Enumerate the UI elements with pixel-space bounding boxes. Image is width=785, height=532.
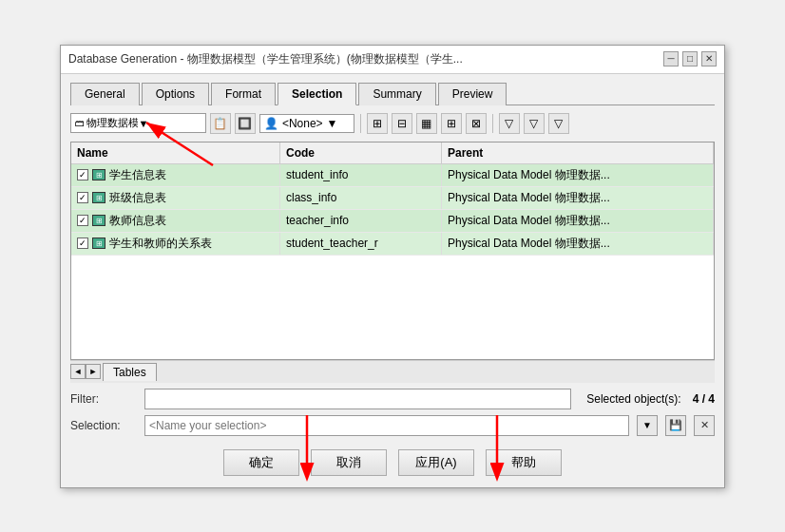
selection-dropdown-btn[interactable]: ▼ (637, 415, 658, 436)
model-dropdown[interactable]: 🗃物理数据模型（学生管 ▼ (70, 113, 206, 133)
action-buttons: 确定 取消 应用(A) 帮助 (70, 444, 715, 480)
row1-code-cell: student_info (280, 164, 442, 186)
row1-checkbox[interactable]: ✓ (77, 169, 88, 180)
close-button[interactable]: ✕ (701, 51, 717, 66)
toolbar-list-icon[interactable]: ⊞ (441, 113, 462, 134)
row3-name: 教师信息表 (109, 213, 166, 229)
tab-options[interactable]: Options (142, 83, 209, 105)
toolbar-icon-1[interactable]: 📋 (210, 113, 231, 134)
row4-name-cell: ✓ ⊞ 学生和教师的关系表 (71, 233, 280, 255)
maximize-button[interactable]: □ (682, 51, 698, 66)
tab-format[interactable]: Format (211, 83, 276, 105)
row1-code: student_info (286, 168, 348, 181)
user-dropdown-arrow-icon: ▼ (327, 117, 338, 130)
toolbar-separator-1 (360, 114, 361, 133)
toolbar-icon-2[interactable]: 🔲 (235, 113, 256, 134)
table-header: Name Code Parent (71, 142, 714, 164)
apply-button[interactable]: 应用(A) (398, 449, 474, 476)
row2-checkbox[interactable]: ✓ (77, 192, 88, 203)
dropdown-arrow-icon: ▼ (138, 118, 201, 129)
data-table: Name Code Parent ✓ ⊞ 学生信息表 student_info … (70, 142, 715, 360)
table-row: ✓ ⊞ 班级信息表 class_info Physical Data Model… (71, 187, 714, 210)
toolbar-filter-icon[interactable]: ▽ (499, 113, 520, 134)
bottom-tab-tables[interactable]: Tables (103, 363, 157, 381)
toolbar-grid-icon[interactable]: ▦ (416, 113, 437, 134)
tab-summary[interactable]: Summary (358, 83, 435, 105)
row4-name: 学生和教师的关系表 (109, 236, 212, 252)
ok-button[interactable]: 确定 (223, 449, 299, 476)
row3-table-icon: ⊞ (92, 215, 105, 226)
tab-general[interactable]: General (70, 83, 140, 105)
row4-code: student_teacher_r (286, 237, 378, 250)
selection-section: Selection: ▼ 💾 ✕ (70, 415, 715, 436)
toolbar-paste-icon[interactable]: ⊟ (392, 113, 412, 134)
main-window: Database Generation - 物理数据模型（学生管理系统）(物理数… (60, 45, 725, 488)
bottom-tab-bar: ◄ ► Tables (70, 360, 715, 383)
window-title: Database Generation - 物理数据模型（学生管理系统）(物理数… (68, 51, 463, 67)
row4-checkbox[interactable]: ✓ (77, 238, 88, 249)
row4-parent: Physical Data Model 物理数据... (448, 236, 610, 252)
table-row: ✓ ⊞ 学生信息表 student_info Physical Data Mod… (71, 164, 714, 187)
selection-save-btn[interactable]: 💾 (665, 415, 686, 436)
toolbar-filter2-icon[interactable]: ▽ (524, 113, 545, 134)
row3-parent: Physical Data Model 物理数据... (448, 213, 610, 229)
bottom-tab-label: Tables (113, 366, 146, 379)
filter-row: Filter: Selected object(s): 4 / 4 (70, 389, 715, 409)
row4-parent-cell: Physical Data Model 物理数据... (442, 233, 714, 255)
row3-checkbox[interactable]: ✓ (77, 215, 88, 226)
titlebar-buttons: ─ □ ✕ (663, 51, 717, 66)
row4-table-icon: ⊞ (92, 238, 105, 249)
user-icon: 👤 (264, 117, 278, 130)
row1-table-icon: ⊞ (92, 169, 105, 180)
selected-objects-label: Selected object(s): (586, 392, 680, 406)
selection-label: Selection: (70, 419, 137, 432)
col-name-header: Name (71, 142, 280, 163)
row2-code: class_info (286, 191, 336, 204)
tab-preview[interactable]: Preview (438, 83, 507, 105)
col-code-header: Code (280, 142, 442, 163)
selection-clear-btn[interactable]: ✕ (694, 415, 715, 436)
selection-row: Selection: ▼ 💾 ✕ (70, 415, 715, 436)
user-dropdown[interactable]: 👤 <None> ▼ (259, 114, 354, 133)
row2-name-cell: ✓ ⊞ 班级信息表 (71, 187, 280, 209)
row2-name: 班级信息表 (109, 190, 166, 206)
toolbar-separator-2 (492, 114, 493, 133)
tab-bar: General Options Format Selection Summary… (70, 82, 715, 105)
table-row: ✓ ⊞ 教师信息表 teacher_info Physical Data Mod… (71, 210, 714, 233)
row2-parent-cell: Physical Data Model 物理数据... (442, 187, 714, 209)
toolbar-move-icon[interactable]: ⊠ (466, 113, 487, 134)
titlebar: Database Generation - 物理数据模型（学生管理系统）(物理数… (61, 46, 724, 74)
row2-parent: Physical Data Model 物理数据... (448, 190, 610, 206)
row3-code: teacher_info (286, 214, 349, 227)
row4-code-cell: student_teacher_r (280, 233, 442, 255)
content-area: General Options Format Selection Summary… (61, 74, 724, 487)
filter-label: Filter: (70, 392, 137, 406)
toolbar-filter3-icon[interactable]: ▽ (548, 113, 569, 134)
toolbar: 🗃物理数据模型（学生管 ▼ 📋 🔲 👤 <None> ▼ ⊞ ⊟ ▦ ⊞ ⊠ ▽… (70, 111, 715, 136)
model-dropdown-label: 🗃物理数据模型（学生管 (75, 116, 138, 130)
tab-selection[interactable]: Selection (278, 83, 356, 105)
row3-parent-cell: Physical Data Model 物理数据... (442, 210, 714, 232)
col-parent-header: Parent (442, 142, 714, 163)
row1-parent: Physical Data Model 物理数据... (448, 167, 610, 183)
row1-name: 学生信息表 (109, 167, 166, 183)
selected-objects-value: 4 / 4 (693, 392, 715, 406)
filter-input[interactable] (144, 389, 571, 409)
row1-name-cell: ✓ ⊞ 学生信息表 (71, 164, 280, 186)
help-button[interactable]: 帮助 (486, 449, 562, 476)
cancel-button[interactable]: 取消 (311, 449, 387, 476)
user-dropdown-label: <None> (282, 117, 323, 130)
tab-nav-left[interactable]: ◄ (70, 364, 86, 379)
minimize-button[interactable]: ─ (663, 51, 679, 66)
row3-name-cell: ✓ ⊞ 教师信息表 (71, 210, 280, 232)
row2-code-cell: class_info (280, 187, 442, 209)
selection-input[interactable] (144, 415, 629, 436)
tab-nav-right[interactable]: ► (86, 364, 101, 379)
row3-code-cell: teacher_info (280, 210, 442, 232)
table-container: Name Code Parent ✓ ⊞ 学生信息表 student_info … (70, 142, 715, 360)
toolbar-copy-icon[interactable]: ⊞ (367, 113, 388, 134)
table-row: ✓ ⊞ 学生和教师的关系表 student_teacher_r Physical… (71, 233, 714, 256)
row2-table-icon: ⊞ (92, 192, 105, 203)
row1-parent-cell: Physical Data Model 物理数据... (442, 164, 714, 186)
